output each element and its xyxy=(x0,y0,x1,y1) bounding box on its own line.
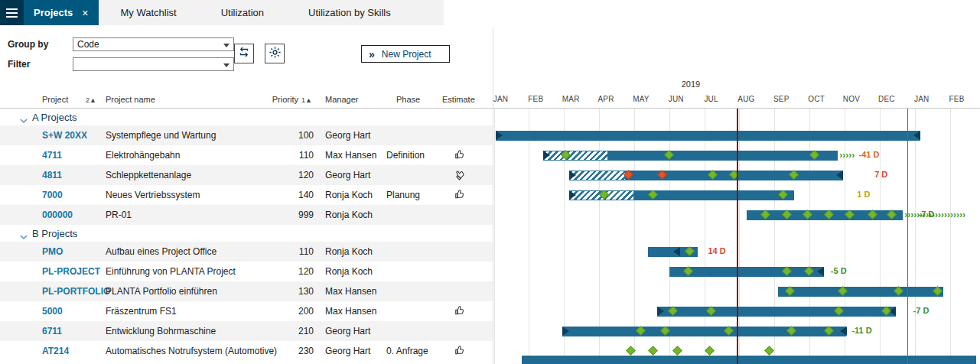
gantt-lane: -11 D xyxy=(0,321,980,341)
gantt-bar[interactable] xyxy=(608,151,838,161)
gantt-lane xyxy=(0,341,980,361)
header-manager[interactable]: Manager xyxy=(325,95,358,104)
month-label: NOV xyxy=(838,95,864,103)
gantt-lane: -5 D xyxy=(0,262,980,281)
tab-bar: Projects × My Watchlist Utilization Util… xyxy=(0,0,980,25)
header-priority[interactable]: Priority xyxy=(252,95,298,104)
month-label: JUN xyxy=(663,95,689,103)
month-label: MAY xyxy=(628,95,654,103)
header-estimate[interactable]: Estimate xyxy=(442,95,475,104)
gantt-lane: 1 D xyxy=(0,185,980,205)
bar-start-marker xyxy=(569,171,576,180)
header-project-sort-indicator[interactable]: 2▲ xyxy=(86,96,96,104)
month-label: APR xyxy=(593,95,619,103)
bar-start-marker xyxy=(569,190,576,200)
refresh-icon xyxy=(238,46,250,61)
duration-delta-label: -7 D xyxy=(918,210,934,219)
duration-delta-label: -5 D xyxy=(831,266,847,275)
gantt-bar[interactable] xyxy=(657,307,896,317)
month-label: AUG xyxy=(733,95,759,103)
tab-utilization-by-skills[interactable]: Utilization by Skills xyxy=(286,0,413,25)
group-header-left: B Projects xyxy=(0,225,493,242)
month-label: JUL xyxy=(698,95,724,103)
month-label: SEP xyxy=(768,95,794,103)
gantt-bar[interactable] xyxy=(496,131,920,141)
group-label: A Projects xyxy=(32,112,77,123)
month-label: JAN xyxy=(909,95,935,103)
gantt-bar[interactable] xyxy=(634,190,794,200)
gantt-lane: ››››››››››››››››››››-7 D xyxy=(0,205,980,225)
bar-end-marker xyxy=(817,267,824,276)
tab-strip: My Watchlist Utilization Utilization by … xyxy=(99,0,444,25)
refresh-button[interactable] xyxy=(234,44,254,63)
bar-end-marker xyxy=(836,171,843,180)
group-header-row[interactable]: B Projects xyxy=(0,225,980,242)
close-tab-icon[interactable]: × xyxy=(82,8,88,18)
gantt-bar-planned[interactable] xyxy=(543,151,608,161)
gantt-bar[interactable] xyxy=(778,287,943,297)
tab-projects-active[interactable]: Projects × xyxy=(24,0,99,25)
duration-delta-label: -11 D xyxy=(851,326,871,335)
gantt-bar[interactable] xyxy=(669,267,824,277)
tab-my-watchlist[interactable]: My Watchlist xyxy=(99,0,199,25)
table-row[interactable]: S+W 20XXSystempflege und Wartung100Georg… xyxy=(0,125,980,145)
bar-start-marker xyxy=(657,307,664,316)
bar-end-marker xyxy=(840,327,847,336)
project-table-rows: A ProjectsS+W 20XXSystempflege und Wartu… xyxy=(0,109,980,361)
gantt-bar[interactable] xyxy=(562,327,846,336)
new-project-button[interactable]: » New Project xyxy=(361,45,450,63)
milestone-green-diamond[interactable] xyxy=(764,346,774,356)
tab-utilization[interactable]: Utilization xyxy=(199,0,286,25)
table-row[interactable]: 5000Fräszentrum FS1200Max Hansen-7 D xyxy=(0,301,980,321)
milestone-green-diamond[interactable] xyxy=(626,346,636,356)
table-row[interactable]: 4711Elektrohängebahn110Max HansenDefinit… xyxy=(0,145,980,165)
header-project[interactable]: Project xyxy=(42,95,68,104)
gantt-lane: 7 D xyxy=(0,165,980,185)
table-row[interactable]: 7000Neues Vertriebssystem140Ronja KochPl… xyxy=(0,185,980,205)
bar-start-marker xyxy=(543,151,550,160)
duration-delta-label: 7 D xyxy=(874,170,887,179)
group-label: B Projects xyxy=(32,228,77,239)
bar-start-marker xyxy=(496,131,503,140)
gantt-lane: 14 D xyxy=(0,242,980,262)
table-row[interactable]: AT214Automatisches Notrufsystem (Automot… xyxy=(0,341,980,361)
today-line xyxy=(737,109,738,364)
double-chevron-icon: » xyxy=(369,49,375,60)
group-by-value: Code xyxy=(77,39,99,50)
focus-date-line xyxy=(907,109,908,364)
chevron-down-icon xyxy=(223,63,230,67)
group-header-row[interactable]: A Projects xyxy=(0,109,980,125)
group-by-select[interactable]: Code xyxy=(73,37,234,51)
header-priority-sort-indicator[interactable]: 1▲ xyxy=(301,96,312,104)
header-phase[interactable]: Phase xyxy=(396,95,420,104)
gantt-lane: -7 D xyxy=(0,301,980,321)
table-row[interactable]: 6711Entwicklung Bohrmaschine210Georg Har… xyxy=(0,321,980,341)
month-label: FEB xyxy=(944,95,970,103)
duration-delta-label: -7 D xyxy=(913,306,930,315)
gantt-bar[interactable] xyxy=(522,356,976,364)
duration-delta-label: 14 D xyxy=(708,246,725,255)
milestone-green-diamond[interactable] xyxy=(673,346,683,356)
milestone-green-diamond[interactable] xyxy=(705,346,715,356)
gantt-bar-planned[interactable] xyxy=(569,171,625,180)
hamburger-menu-icon[interactable] xyxy=(0,0,24,25)
delay-chevrons: ›››››››››››››››››››› xyxy=(904,210,965,220)
table-row[interactable]: PMOAufbau eines Project Office110Ronja K… xyxy=(0,242,980,262)
table-row[interactable]: 4811Schleppkettenanlage120Georg Hart7 D xyxy=(0,165,980,185)
bar-start-marker xyxy=(562,327,569,336)
app-window: Projects × My Watchlist Utilization Util… xyxy=(0,0,980,364)
milestone-green-diamond[interactable] xyxy=(648,346,658,356)
table-row[interactable]: 000000PR-01999Ronja Koch››››››››››››››››… xyxy=(0,205,980,225)
header-project-name[interactable]: Project name xyxy=(106,95,155,104)
filter-select[interactable] xyxy=(73,57,234,71)
bar-end-marker xyxy=(673,247,680,256)
gantt-lane: ›››››-41 D xyxy=(0,145,980,165)
gear-icon xyxy=(269,46,282,62)
table-row[interactable]: PL-PROJECTEinführung von PLANTA Project1… xyxy=(0,262,980,281)
settings-button[interactable] xyxy=(265,44,285,63)
group-header-left: A Projects xyxy=(0,109,493,125)
table-row[interactable]: PL-PORTFOLIOPLANTA Portfolio einführen13… xyxy=(0,281,980,301)
chevron-down-icon xyxy=(223,44,230,47)
bar-end-marker xyxy=(913,131,920,140)
month-label: MAR xyxy=(558,95,584,103)
